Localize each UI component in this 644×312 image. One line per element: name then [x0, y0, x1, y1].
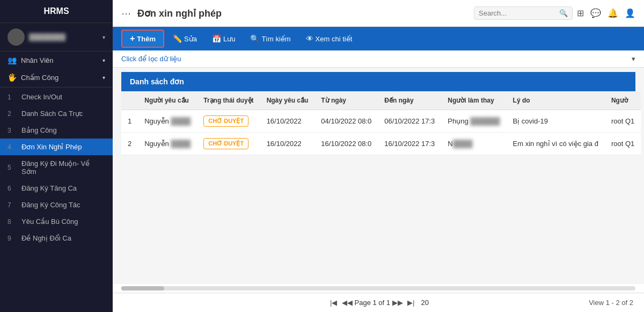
- filter-chevron-icon: ▾: [632, 55, 635, 63]
- luu-button[interactable]: 📅 Lưu: [206, 31, 241, 46]
- sua-button[interactable]: ✏️ Sửa: [166, 31, 203, 46]
- divider: [0, 87, 113, 88]
- horizontal-scrollbar[interactable]: [121, 286, 635, 291]
- nav-label: Đăng Ký Tăng Ca: [21, 184, 77, 192]
- them-label: Thêm: [137, 35, 156, 43]
- nav-num: 3: [8, 127, 17, 134]
- tim-kiem-button[interactable]: 🔍 Tìm kiếm: [244, 31, 297, 46]
- main-content: ⋯ Đơn xin nghỉ phép 🔍 ⊞ 💬 🔔 👤 + Thêm ✏️ …: [113, 0, 644, 312]
- search-icon: 🔍: [559, 9, 568, 17]
- plus-icon: +: [130, 34, 135, 43]
- topbar: ⋯ Đơn xin nghỉ phép 🔍 ⊞ 💬 🔔 👤: [113, 0, 644, 27]
- user-icon-button[interactable]: 👤: [625, 8, 635, 18]
- nav-label: Yêu Cầu Bù Công: [21, 217, 78, 226]
- row-trang-thai: CHỜ DUYỆT: [197, 133, 260, 155]
- sidebar-item-yeu-cau-bu-cong[interactable]: 8 Yêu Cầu Bù Công: [0, 213, 113, 230]
- user-chevron-icon: ▾: [103, 34, 105, 40]
- grid-icon-button[interactable]: ⊞: [577, 8, 584, 18]
- nav-num: 1: [8, 93, 17, 101]
- sidebar-item-de-nghi-doi-ca[interactable]: 9 Đề Nghị Đổi Ca: [0, 230, 113, 246]
- status-badge: CHỜ DUYỆT: [203, 138, 248, 149]
- eye-icon: 👁: [306, 34, 313, 43]
- page-title: Đơn xin nghỉ phép: [137, 8, 474, 19]
- row-num: 2: [121, 133, 138, 155]
- status-badge: CHỜ DUYỆT: [203, 115, 248, 127]
- row-den-ngay: 06/10/2022 17:3: [378, 110, 441, 133]
- sidebar-item-dang-ky-cong-tac[interactable]: 7 Đăng Ký Công Tác: [0, 197, 113, 213]
- nav-label: Đăng Ký Đi Muộn- Về Sớm: [21, 159, 105, 176]
- bell-icon-button[interactable]: 🔔: [608, 8, 618, 18]
- sidebar-item-dang-ky-tang-ca[interactable]: 6 Đăng Ký Tăng Ca: [0, 180, 113, 197]
- topbar-icons: ⊞ 💬 🔔 👤: [577, 8, 635, 18]
- row-ly-do: Bị covid-19: [507, 110, 605, 133]
- page-label: Page: [355, 299, 373, 307]
- scrollbar-area: [113, 284, 644, 293]
- row-ngay-yeu-cau: 16/10/2022: [260, 133, 315, 155]
- nav-label: Danh Sách Ca Trực: [21, 110, 83, 118]
- search-input[interactable]: [479, 9, 559, 17]
- chat-icon-button[interactable]: 💬: [590, 8, 601, 18]
- nav-num: 9: [8, 235, 17, 242]
- table-section-title: Danh sách đơn: [121, 72, 635, 91]
- xem-chi-tiet-label: Xem chi tiết: [316, 35, 353, 43]
- row-nguoi: root Q1: [605, 133, 641, 155]
- them-button[interactable]: + Thêm: [121, 30, 164, 48]
- per-page-value: 20: [421, 299, 428, 307]
- sidebar-item-danh-sach-ca-truc[interactable]: 2 Danh Sách Ca Trực: [0, 105, 113, 122]
- sidebar-item-dang-ky-di-muon[interactable]: 5 Đăng Ký Đi Muộn- Về Sớm: [0, 155, 113, 180]
- col-tu-ngay: Từ ngày: [314, 91, 378, 110]
- pagination-bar: |◀ ◀◀ Page 1 of 1 ▶▶ ▶| 20 View 1 - 2 of…: [113, 293, 644, 312]
- row-nguoi: root Q1: [605, 110, 641, 133]
- col-trang-thai-duyet: Trạng thái duyệt: [197, 91, 260, 110]
- nav-num: 2: [8, 110, 17, 118]
- table-row: 2 Nguyễn ████ CHỜ DUYỆT 16/10/2022 16/10…: [121, 133, 641, 155]
- save-icon: 📅: [212, 34, 221, 43]
- username-label: ████████: [29, 33, 103, 41]
- sidebar-item-don-xin-nghi-phep[interactable]: 4 Đơn Xin Nghỉ Phép: [0, 139, 113, 155]
- action-toolbar: + Thêm ✏️ Sửa 📅 Lưu 🔍 Tìm kiếm 👁 Xem chi…: [113, 27, 644, 50]
- sidebar-item-nhan-vien[interactable]: 👥 Nhân Viên ▾: [0, 52, 113, 69]
- avatar: [8, 28, 25, 46]
- tim-kiem-label: Tìm kiếm: [261, 35, 290, 43]
- total-pages: 1: [386, 299, 390, 307]
- nav-label: Đề Nghị Đổi Ca: [21, 234, 71, 242]
- row-den-ngay: 16/10/2022 17:3: [378, 133, 441, 155]
- view-info: View 1 - 2 of 2: [589, 299, 633, 307]
- sidebar-nhan-vien-label: Nhân Viên: [21, 56, 53, 64]
- prev-page-button[interactable]: ◀◀: [340, 298, 355, 308]
- table-row: 1 Nguyễn ████ CHỜ DUYỆT 16/10/2022 04/10…: [121, 110, 641, 133]
- chevron-down-icon: ▾: [103, 57, 105, 63]
- sidebar-logo: HRMS: [0, 0, 113, 23]
- xem-chi-tiet-button[interactable]: 👁 Xem chi tiết: [299, 31, 359, 46]
- next-page-button[interactable]: ▶▶: [390, 298, 405, 308]
- col-den-ngay: Đến ngày: [378, 91, 441, 110]
- nav-num: 4: [8, 143, 17, 151]
- row-nguoi-lam-thay: Phụng ██████: [441, 110, 506, 133]
- edit-icon: ✏️: [173, 34, 182, 43]
- last-page-button[interactable]: ▶|: [405, 298, 416, 308]
- more-options-icon[interactable]: ⋯: [121, 8, 131, 19]
- filter-bar: Click để lọc dữ liệu ▾: [113, 50, 644, 68]
- sidebar-item-bang-cong[interactable]: 3 Bảng Công: [0, 122, 113, 139]
- sidebar-user[interactable]: ████████ ▾: [0, 23, 113, 52]
- of-label: of: [377, 299, 386, 307]
- row-ly-do: Em xin nghỉ vì có việc gia đ: [507, 133, 605, 155]
- row-ngay-yeu-cau: 16/10/2022: [260, 110, 315, 133]
- filter-link[interactable]: Click để lọc dữ liệu: [121, 55, 181, 63]
- row-tu-ngay: 16/10/2022 08:0: [314, 133, 378, 155]
- sidebar-item-check-in-out[interactable]: 1 Check In/Out: [0, 89, 113, 105]
- search-bar[interactable]: 🔍: [474, 6, 573, 20]
- luu-label: Lưu: [223, 35, 235, 43]
- first-page-button[interactable]: |◀: [328, 298, 339, 308]
- data-table: Người yêu cầu Trạng thái duyệt Ngày yêu …: [121, 91, 641, 155]
- row-tu-ngay: 04/10/2022 08:0: [314, 110, 378, 133]
- hand-icon: 🖐: [8, 73, 17, 82]
- row-num: 1: [121, 110, 138, 133]
- col-nguoi: Ngườ: [605, 91, 641, 110]
- table-section: Danh sách đơn Người yêu cầu Trạng thái d…: [113, 68, 644, 284]
- nav-num: 7: [8, 201, 17, 209]
- nav-num: 5: [8, 164, 17, 171]
- sidebar-item-cham-cong[interactable]: 🖐 Chấm Công ▾: [0, 69, 113, 86]
- nav-num: 6: [8, 185, 17, 192]
- page-number: 1: [372, 299, 376, 307]
